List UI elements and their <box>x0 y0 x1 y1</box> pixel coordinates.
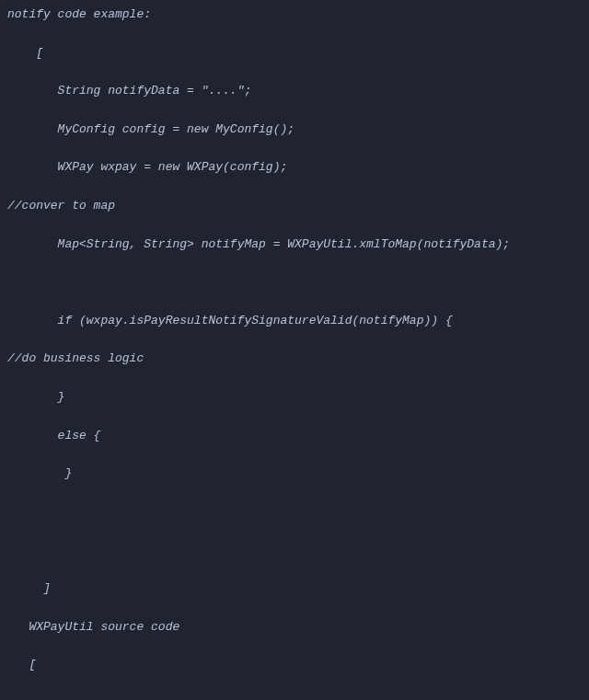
code-line: } <box>7 465 582 484</box>
code-line: //conver to map <box>7 197 582 216</box>
code-line <box>7 675 582 694</box>
code-line: else { <box>7 427 582 446</box>
code-line <box>7 503 582 522</box>
code-line <box>7 637 582 656</box>
code-line <box>7 140 582 159</box>
code-line <box>7 63 582 82</box>
code-line: [ <box>7 44 582 63</box>
code-line: ] <box>7 580 582 599</box>
code-line: } <box>7 388 582 407</box>
code-line <box>7 445 582 465</box>
code-line: [ <box>7 656 582 675</box>
code-line <box>7 407 582 427</box>
code-line: String notifyData = "...."; <box>7 82 582 101</box>
code-line <box>7 101 582 120</box>
code-line <box>7 484 582 503</box>
code-line: //do business logic <box>7 350 582 369</box>
code-line <box>7 254 582 273</box>
code-line <box>7 293 582 312</box>
code-line <box>7 25 582 44</box>
code-line: if (wxpay.isPayResultNotifySignatureVali… <box>7 312 582 331</box>
code-line <box>7 694 582 700</box>
code-line <box>7 273 582 293</box>
code-line <box>7 541 582 560</box>
code-line <box>7 560 582 580</box>
code-line <box>7 599 582 618</box>
code-line <box>7 216 582 235</box>
code-line: MyConfig config = new MyConfig(); <box>7 120 582 140</box>
code-line: WXPayUtil source code <box>7 618 582 637</box>
code-line: notify code example: <box>7 6 582 25</box>
code-snippet: notify code example: [ String notifyData… <box>7 6 582 700</box>
code-line <box>7 522 582 542</box>
code-line: WXPay wxpay = new WXPay(config); <box>7 158 582 178</box>
code-line <box>7 178 582 197</box>
code-line: Map<String, String> notifyMap = WXPayUti… <box>7 235 582 255</box>
code-line <box>7 369 582 388</box>
code-line <box>7 331 582 350</box>
